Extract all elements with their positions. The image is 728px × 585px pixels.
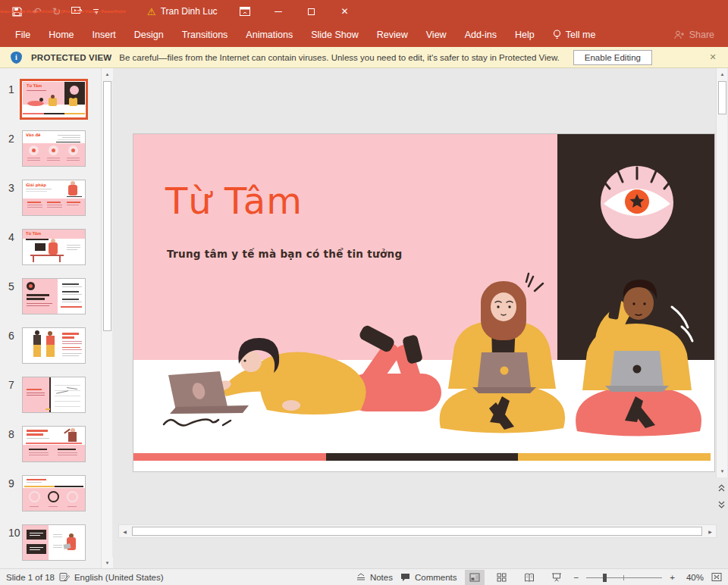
thumbnail-row-6: 6: [0, 328, 101, 364]
tab-animations[interactable]: Animations: [237, 23, 302, 47]
normal-view-button[interactable]: [465, 570, 485, 585]
thumbnail-scrollbar[interactable]: ▲ ▼: [101, 68, 112, 568]
zoom-slider-thumb[interactable]: [603, 574, 607, 582]
account-area[interactable]: ⚠ Tran Dinh Luc: [136, 6, 228, 17]
slide-thumbnail-6[interactable]: [23, 328, 85, 363]
slide-accent-bar: [133, 453, 711, 461]
eye-badge-icon: [601, 166, 673, 239]
slide-number: 3: [0, 180, 23, 216]
person-sitting-laptop-illustration: [440, 274, 565, 433]
notes-button[interactable]: Notes: [356, 573, 393, 582]
thumbnail-row-2: 2: [0, 131, 101, 167]
tab-help[interactable]: Help: [506, 23, 544, 47]
person-on-phone-illustration: [576, 280, 701, 436]
tab-transitions[interactable]: Transitions: [173, 23, 237, 47]
thumbnail-art: [23, 427, 85, 461]
language-indicator[interactable]: English (United States): [74, 573, 164, 582]
zoom-in-button[interactable]: +: [670, 573, 675, 582]
slide-subtitle[interactable]: Trung tâm y tế mà bạn có thể tin tưởng: [167, 248, 402, 260]
banner-label: PROTECTED VIEW: [31, 53, 111, 62]
next-slide-button[interactable]: [716, 499, 727, 511]
previous-slide-button[interactable]: [716, 482, 727, 494]
thumbnail-art: [23, 525, 85, 560]
scroll-down-icon[interactable]: ▼: [717, 465, 728, 477]
slide-thumbnail-7[interactable]: [23, 377, 85, 412]
slide-thumbnail-5[interactable]: [23, 279, 85, 314]
vertical-scrollbar-thumb[interactable]: [718, 81, 726, 114]
tell-me-box[interactable]: Tell me: [544, 30, 605, 40]
title-bar: ↶ ↻ ▾ mau-5-slide-thuyet-trinh-3d [Prote…: [0, 0, 728, 23]
maximize-button[interactable]: [295, 0, 328, 23]
spell-check-icon[interactable]: [59, 572, 70, 582]
title-bar-controls: ⚠ Tran Dinh Luc ✕: [136, 0, 362, 23]
fit-slide-to-window-button[interactable]: [711, 572, 722, 582]
horizontal-scrollbar-thumb[interactable]: [132, 527, 702, 536]
slide-title[interactable]: Từ Tâm: [165, 180, 303, 222]
thumbnail-art: [23, 328, 85, 363]
slide-number: 8: [0, 427, 23, 462]
slide-number: 1: [0, 82, 23, 117]
vertical-scrollbar[interactable]: ▲ ▼: [716, 68, 727, 477]
slideshow-view-button[interactable]: [547, 570, 566, 585]
tab-addins[interactable]: Add-ins: [456, 23, 506, 47]
slide-thumbnail-9[interactable]: [23, 476, 85, 511]
minimize-button[interactable]: [262, 0, 295, 23]
scroll-down-icon[interactable]: ▼: [102, 557, 113, 568]
person-lying-illustration: [164, 324, 441, 425]
enable-editing-button[interactable]: Enable Editing: [573, 50, 652, 65]
protected-view-banner: i PROTECTED VIEW Be careful—files from t…: [0, 47, 728, 68]
comments-button[interactable]: Comments: [400, 573, 457, 582]
banner-close-icon[interactable]: ✕: [705, 52, 720, 62]
thumbnail-row-9: 9: [0, 476, 101, 511]
thumbnail-row-7: 7: [0, 377, 101, 413]
reading-view-button[interactable]: [519, 570, 539, 585]
slide-thumbnail-10[interactable]: [23, 525, 85, 560]
status-right: Notes Comments − + 4: [356, 570, 722, 585]
thumbnail-scrollbar-thumb[interactable]: [103, 81, 111, 331]
tab-design[interactable]: Design: [125, 23, 173, 47]
slide-thumbnail-2[interactable]: Vấn đề: [23, 131, 85, 166]
thumbnail-art: [23, 279, 85, 314]
slide-indicator[interactable]: Slide 1 of 18: [6, 573, 55, 582]
slide-editing-area[interactable]: Từ Tâm Trung tâm y tế mà bạn có thể tin …: [133, 134, 714, 471]
thumbnail-art: Giải pháp: [23, 180, 85, 215]
zoom-out-button[interactable]: −: [574, 573, 579, 582]
zoom-percentage[interactable]: 40%: [682, 573, 704, 582]
banner-message: Be careful—files from the Internet can c…: [119, 53, 559, 62]
tab-home[interactable]: Home: [39, 23, 83, 47]
share-button[interactable]: Share: [674, 30, 728, 40]
scroll-up-icon[interactable]: ▲: [717, 68, 728, 80]
slide-number: 6: [0, 328, 23, 364]
slide-thumbnail-panel: 1 Từ Tâm: [0, 68, 101, 568]
slide-number: 7: [0, 377, 23, 413]
share-person-icon: [674, 30, 685, 39]
horizontal-scrollbar[interactable]: ◀ ▶: [118, 524, 717, 538]
thumbnail-row-5: 5: [0, 279, 101, 314]
slide-sorter-view-button[interactable]: [492, 570, 512, 585]
zoom-slider[interactable]: [586, 573, 662, 582]
slide-thumbnail-8[interactable]: [23, 427, 85, 461]
tab-insert[interactable]: Insert: [83, 23, 125, 47]
thumbnail-art: [23, 377, 85, 412]
scroll-up-icon[interactable]: ▲: [102, 68, 113, 80]
ribbon-tab-bar: File Home Insert Design Transitions Anim…: [0, 23, 728, 47]
ribbon-display-options-icon[interactable]: [228, 0, 262, 23]
tab-view[interactable]: View: [417, 23, 456, 47]
close-button[interactable]: ✕: [328, 0, 362, 23]
thumbnail-row-10: 10: [0, 525, 101, 561]
slide-number: 10: [0, 525, 23, 561]
scroll-left-icon[interactable]: ◀: [119, 525, 130, 537]
slide-number: 9: [0, 476, 23, 511]
thumbnail-row-4: 4 Từ Tâm: [0, 230, 101, 265]
slide-thumbnail-1[interactable]: Từ Tâm: [23, 82, 85, 117]
thumbnail-row-1: 1 Từ Tâm: [0, 82, 101, 117]
tab-review[interactable]: Review: [368, 23, 417, 47]
tab-file[interactable]: File: [0, 23, 39, 47]
slide-number: 2: [0, 131, 23, 167]
account-name: Tran Dinh Luc: [161, 6, 218, 17]
slide-thumbnail-4[interactable]: Từ Tâm: [23, 230, 85, 264]
scroll-right-icon[interactable]: ▶: [704, 525, 716, 537]
thumbnail-art: Từ Tâm: [23, 82, 85, 117]
slide-thumbnail-3[interactable]: Giải pháp: [23, 180, 85, 215]
tab-slideshow[interactable]: Slide Show: [302, 23, 368, 47]
